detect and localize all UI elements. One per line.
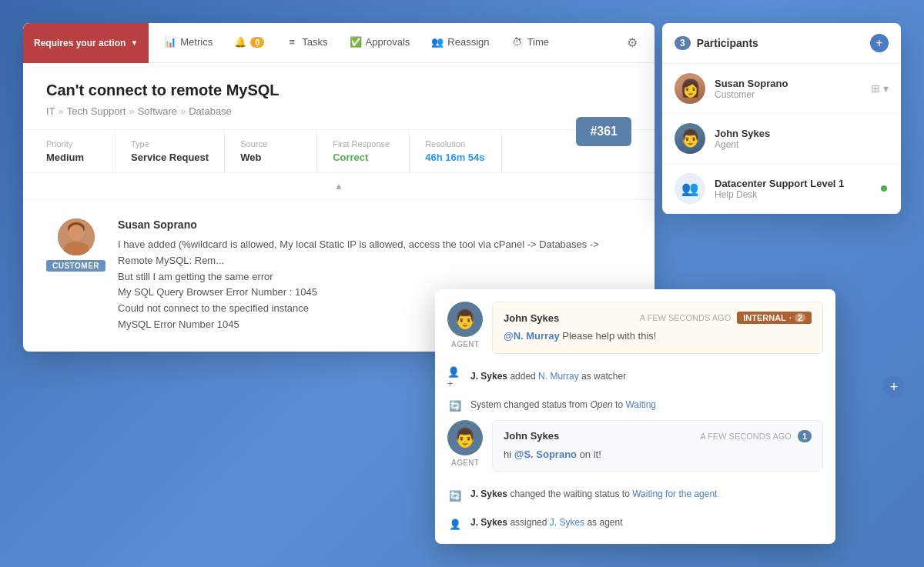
requires-action-label: Requires your action [34, 38, 126, 48]
nav-reassign[interactable]: 👥 Reassign [422, 23, 498, 62]
participant-role-susan: Customer [715, 89, 862, 100]
chat-bubble-1-header: John Sykes A FEW SECONDS AGO INTERNAL · … [504, 312, 812, 324]
internal-count: 2 [795, 313, 805, 322]
participant-name-john: John Sykes [715, 128, 889, 139]
chat-avatar-john-1 [447, 302, 483, 337]
chat-text-1-suffix: Please help with this! [560, 330, 657, 342]
time-icon: ⏱ [511, 36, 524, 48]
settings-button[interactable]: ⚙ [616, 35, 648, 50]
breadcrumb-tech-support: Tech Support [67, 105, 126, 117]
source-value: Web [240, 152, 301, 163]
time-label: Time [527, 36, 549, 48]
participant-menu-icon[interactable]: ⊞ ▾ [871, 82, 889, 95]
participant-info-susan: Susan Soprano Customer [715, 78, 862, 100]
status-to-link: Waiting [625, 399, 656, 410]
meta-priority: Priority Medium [23, 130, 116, 172]
agent-avatar-1-container: AGENT [447, 302, 483, 354]
refresh-icon: 🔄 [447, 399, 463, 414]
meta-resolution: Resolution 46h 16m 54s [410, 130, 502, 172]
activity-assigned-text: J. Sykes assigned J. Sykes as agent [470, 515, 622, 529]
resolution-value: 46h 16m 54s [425, 152, 486, 163]
message-count-badge: 1 [798, 430, 812, 442]
ticket-title: Can't connect to remote MySQL [46, 82, 631, 99]
chat-message-1-inner: AGENT John Sykes A FEW SECONDS AGO INTER… [447, 302, 823, 354]
agent-label-1: AGENT [451, 340, 480, 349]
nav-tasks[interactable]: ≡ Tasks [276, 23, 336, 62]
chart-icon: 📊 [164, 36, 176, 48]
status-from: Open [590, 399, 612, 410]
approvals-label: Approvals [366, 36, 410, 48]
requires-action-button[interactable]: Requires your action ▼ [23, 23, 149, 63]
participants-header-left: 3 Participants [675, 36, 758, 50]
participant-role-datacenter: Help Desk [715, 189, 870, 200]
agent-label-2: AGENT [451, 459, 480, 467]
svg-point-0 [58, 218, 95, 255]
priority-value: Medium [46, 152, 99, 163]
participants-panel: 3 Participants + Susan Soprano Customer … [662, 23, 901, 214]
ticket-id-badge: #361 [576, 117, 631, 146]
online-status-indicator [879, 184, 889, 193]
collapse-button[interactable]: ▲ [334, 181, 343, 192]
nav-notifications[interactable]: 🔔 0 [225, 23, 273, 62]
floating-add-button[interactable]: + [883, 376, 905, 398]
activity-status-text: System changed status from Open to Waiti… [470, 398, 656, 412]
scene: Requires your action ▼ 📊 Metrics 🔔 0 ≡ T… [0, 0, 924, 567]
floating-add-container: + [883, 376, 905, 398]
dropdown-arrow-icon: ▼ [130, 38, 138, 47]
ticket-header: Can't connect to remote MySQL IT » Tech … [23, 63, 654, 129]
activity-link-1: N. Murray [538, 371, 579, 382]
participant-info-john: John Sykes Agent [715, 128, 889, 150]
activity-link-4: J. Sykes [550, 517, 584, 528]
bell-icon: 🔔 [234, 36, 246, 48]
sender-info: CUSTOMER [46, 218, 105, 272]
add-participant-button[interactable]: + [870, 34, 889, 52]
activity-link-3: Waiting for the agent [632, 489, 717, 499]
chat-avatar-john-2 [447, 420, 483, 455]
participant-role-john: Agent [715, 139, 889, 150]
activity-waiting-text: J. Sykes changed the waiting status to W… [470, 487, 717, 501]
ticket-topbar: Requires your action ▼ 📊 Metrics 🔔 0 ≡ T… [23, 23, 654, 63]
tasks-label: Tasks [302, 36, 327, 48]
topbar-nav: 📊 Metrics 🔔 0 ≡ Tasks ✅ Approvals 👥 [149, 23, 654, 62]
reassign-icon: 👥 [431, 36, 444, 48]
internal-badge: INTERNAL · 2 [737, 312, 812, 324]
chat-bubble-2: John Sykes A FEW SECONDS AGO 1 hi @S. So… [492, 420, 823, 472]
approvals-icon: ✅ [350, 36, 362, 48]
chat-sender-1: John Sykes [504, 312, 559, 324]
add-user-icon: 👤+ [447, 370, 463, 385]
chat-timestamp-2: A FEW SECONDS AGO [700, 432, 792, 441]
internal-label: INTERNAL [743, 313, 786, 322]
participants-header: 3 Participants + [662, 23, 901, 64]
chat-meta-right-1: A FEW SECONDS AGO INTERNAL · 2 [640, 312, 812, 324]
participant-actions-susan: ⊞ ▾ [871, 82, 889, 95]
nav-time[interactable]: ⏱ Time [502, 23, 558, 62]
chat-message-1: AGENT John Sykes A FEW SECONDS AGO INTER… [435, 289, 835, 354]
svg-point-3 [68, 222, 85, 235]
agent-avatar-2-container: AGENT [447, 420, 483, 472]
resolution-label: Resolution [425, 139, 486, 148]
type-label: Type [131, 139, 209, 148]
first-response-label: First Response [333, 139, 393, 148]
notification-badge: 0 [250, 37, 264, 48]
breadcrumb: IT » Tech Support » Software » Database [46, 105, 631, 117]
participant-name-susan: Susan Soprano [715, 78, 862, 89]
chat-message-2: AGENT John Sykes A FEW SECONDS AGO 1 hi … [435, 420, 835, 472]
source-label: Source [240, 139, 301, 148]
activity-actor-3: J. Sykes [470, 489, 507, 499]
svg-point-1 [69, 225, 84, 240]
refresh-icon-2: 🔄 [447, 488, 463, 503]
breadcrumb-software: Software [138, 105, 177, 117]
mention-n-murray: @N. Murray [504, 330, 560, 342]
activity-assigned: 👤 J. Sykes assigned J. Sykes as agent [435, 509, 835, 544]
breadcrumb-database: Database [189, 105, 232, 117]
participant-info-datacenter: Datacenter Support Level 1 Help Desk [715, 178, 870, 200]
ticket-meta: Priority Medium Type Service Request Sou… [23, 129, 654, 173]
nav-metrics[interactable]: 📊 Metrics [155, 23, 222, 62]
avatar-susan [675, 73, 705, 104]
activity-status-change: 🔄 System changed status from Open to Wai… [435, 392, 835, 420]
meta-type: Type Service Request [116, 130, 225, 172]
chat-message-text-2: hi @S. Soprano on it! [504, 447, 812, 462]
nav-approvals[interactable]: ✅ Approvals [340, 23, 420, 62]
metrics-label: Metrics [180, 36, 213, 48]
participants-title: Participants [697, 37, 758, 49]
